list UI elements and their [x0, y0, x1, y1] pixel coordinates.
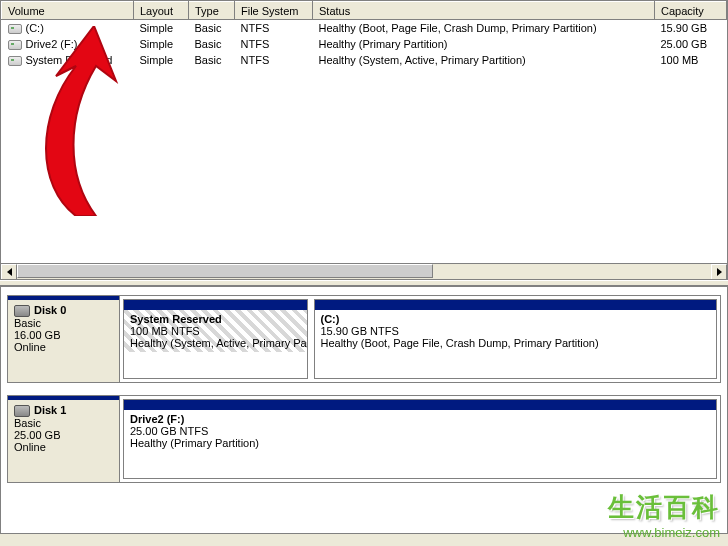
partition-status: Healthy (System, Active, Primary Partiti…: [130, 337, 307, 349]
disk-type: Basic: [14, 317, 113, 329]
volume-status: Healthy (Primary Partition): [313, 36, 655, 52]
disk-header-stripe: [8, 396, 119, 400]
volume-capacity: 100 MB: [655, 52, 727, 68]
scroll-right-button[interactable]: [711, 264, 727, 280]
partition[interactable]: System Reserved100 MB NTFSHealthy (Syste…: [123, 299, 308, 379]
col-volume[interactable]: Volume: [2, 2, 134, 20]
triangle-left-icon: [7, 268, 12, 276]
partition[interactable]: Drive2 (F:)25.00 GB NTFSHealthy (Primary…: [123, 399, 717, 479]
volume-capacity: 15.90 GB: [655, 20, 727, 37]
volume-fs: NTFS: [235, 36, 313, 52]
drive-icon: [8, 24, 22, 34]
partition-sub: 15.90 GB NTFS: [321, 325, 399, 337]
disk-state: Online: [14, 341, 113, 353]
volume-name: System Reserved: [26, 54, 113, 66]
volume-layout: Simple: [134, 52, 189, 68]
partition-title: Drive2 (F:): [130, 413, 184, 425]
disk-info: Disk 0Basic16.00 GBOnline: [8, 296, 120, 382]
drive-icon: [8, 40, 22, 50]
partition-stripe: [124, 300, 307, 310]
volume-row[interactable]: System ReservedSimpleBasicNTFSHealthy (S…: [2, 52, 727, 68]
disk-size: 25.00 GB: [14, 429, 113, 441]
col-capacity[interactable]: Capacity: [655, 2, 727, 20]
volume-list-pane: Volume Layout Type File System Status Ca…: [0, 0, 728, 280]
disk-graphical-pane: Disk 0Basic16.00 GBOnlineSystem Reserved…: [0, 286, 728, 534]
partition-status: Healthy (Primary Partition): [130, 437, 259, 449]
disk-type: Basic: [14, 417, 113, 429]
partition-status: Healthy (Boot, Page File, Crash Dump, Pr…: [321, 337, 599, 349]
volume-table: Volume Layout Type File System Status Ca…: [1, 1, 727, 68]
disk-state: Online: [14, 441, 113, 453]
disk-header-stripe: [8, 296, 119, 300]
partition-stripe: [124, 400, 716, 410]
col-layout[interactable]: Layout: [134, 2, 189, 20]
horizontal-scrollbar[interactable]: [1, 263, 727, 279]
partition-stripe: [315, 300, 717, 310]
disk-partitions: System Reserved100 MB NTFSHealthy (Syste…: [120, 296, 720, 382]
disk-icon: [14, 405, 30, 417]
disk-info: Disk 1Basic25.00 GBOnline: [8, 396, 120, 482]
partition-title: (C:): [321, 313, 340, 325]
triangle-right-icon: [717, 268, 722, 276]
volume-type: Basic: [189, 36, 235, 52]
col-filesystem[interactable]: File System: [235, 2, 313, 20]
disk-block[interactable]: Disk 0Basic16.00 GBOnlineSystem Reserved…: [7, 295, 721, 383]
disk-icon: [14, 305, 30, 317]
col-type[interactable]: Type: [189, 2, 235, 20]
volume-fs: NTFS: [235, 20, 313, 37]
volume-type: Basic: [189, 52, 235, 68]
disk-partitions: Drive2 (F:)25.00 GB NTFSHealthy (Primary…: [120, 396, 720, 482]
volume-layout: Simple: [134, 20, 189, 37]
volume-type: Basic: [189, 20, 235, 37]
partition[interactable]: (C:)15.90 GB NTFSHealthy (Boot, Page Fil…: [314, 299, 718, 379]
volume-fs: NTFS: [235, 52, 313, 68]
col-status[interactable]: Status: [313, 2, 655, 20]
volume-row[interactable]: Drive2 (F:)SimpleBasicNTFSHealthy (Prima…: [2, 36, 727, 52]
volume-status: Healthy (System, Active, Primary Partiti…: [313, 52, 655, 68]
volume-status: Healthy (Boot, Page File, Crash Dump, Pr…: [313, 20, 655, 37]
volume-capacity: 25.00 GB: [655, 36, 727, 52]
volume-layout: Simple: [134, 36, 189, 52]
partition-sub: 100 MB NTFS: [130, 325, 200, 337]
volume-name: (C:): [26, 22, 44, 34]
column-header-row: Volume Layout Type File System Status Ca…: [2, 2, 727, 20]
scrollbar-track[interactable]: [17, 264, 711, 279]
disk-size: 16.00 GB: [14, 329, 113, 341]
partition-title: System Reserved: [130, 313, 222, 325]
drive-icon: [8, 56, 22, 66]
disk-block[interactable]: Disk 1Basic25.00 GBOnlineDrive2 (F:)25.0…: [7, 395, 721, 483]
volume-row[interactable]: (C:)SimpleBasicNTFSHealthy (Boot, Page F…: [2, 20, 727, 37]
partition-sub: 25.00 GB NTFS: [130, 425, 208, 437]
disk-name: Disk 0: [34, 304, 66, 316]
volume-name: Drive2 (F:): [26, 38, 78, 50]
scrollbar-thumb[interactable]: [17, 264, 433, 278]
scroll-left-button[interactable]: [1, 264, 17, 280]
disk-name: Disk 1: [34, 404, 66, 416]
